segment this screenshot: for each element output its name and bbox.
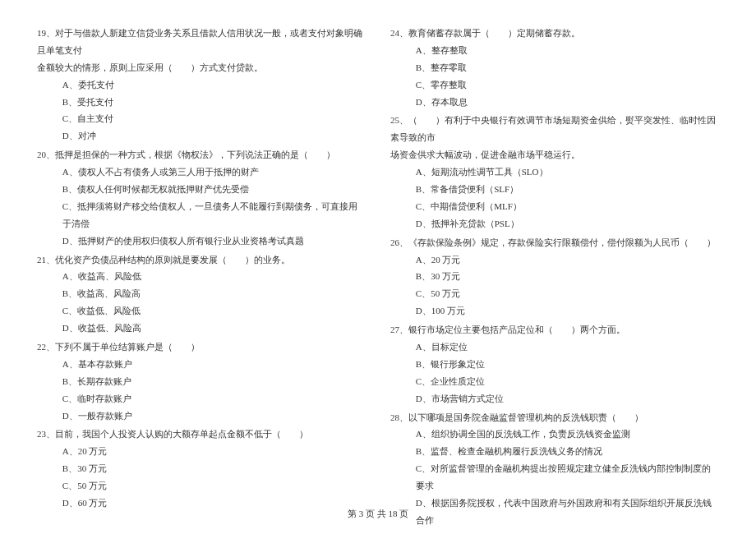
option-b: B、收益高、风险高 xyxy=(37,285,366,302)
option-a: A、20 万元 xyxy=(37,443,366,460)
question-stem-cont: 金额较大的情形，原则上应采用（ ）方式支付贷款。 xyxy=(37,59,366,76)
option-a: A、目标定位 xyxy=(390,338,719,356)
question-stem: 19、对于与借款人新建立信贷业务关系且借款人信用状况一般，或者支付对象明确且单笔… xyxy=(37,25,366,59)
option-a: A、债权人不占有债务人或第三人用于抵押的财产 xyxy=(37,163,366,181)
option-d: D、一般存款账户 xyxy=(37,407,366,425)
question-stem: 22、下列不属于单位结算账户是（ ） xyxy=(37,338,366,356)
option-b: B、监督、检查金融机构履行反洗钱义务的情况 xyxy=(390,443,719,460)
option-c: C、零存整取 xyxy=(390,76,719,94)
option-b: B、常备借贷便利（SLF） xyxy=(390,181,719,198)
option-d: D、100 万元 xyxy=(390,302,719,320)
question-22: 22、下列不属于单位结算账户是（ ） A、基本存款账户 B、长期存款账户 C、临… xyxy=(37,338,366,424)
question-19: 19、对于与借款人新建立信贷业务关系且借款人信用状况一般，或者支付对象明确且单笔… xyxy=(37,25,366,145)
option-c: C、50 万元 xyxy=(390,285,719,302)
option-d: D、抵押补充贷款（PSL） xyxy=(390,215,719,232)
right-column: 24、教育储蓄存款属于（ ）定期储蓄存款。 A、整存整取 B、整存零取 C、零存… xyxy=(390,25,719,531)
option-c: C、企业性质定位 xyxy=(390,373,719,390)
question-20: 20、抵押是担保的一种方式，根据《物权法》，下列说法正确的是（ ） A、债权人不… xyxy=(37,146,366,249)
option-c: C、抵押须将财产移交给债权人，一旦债务人不能履行到期债务，可直接用于清偿 xyxy=(37,198,366,232)
two-column-layout: 19、对于与借款人新建立信贷业务关系且借款人信用状况一般，或者支付对象明确且单笔… xyxy=(37,25,719,531)
option-b: B、债权人任何时候都无权就抵押财产优先受偿 xyxy=(37,181,366,198)
question-21: 21、优化资产负债品种结构的原则就是要发展（ ）的业务。 A、收益高、风险低 B… xyxy=(37,251,366,337)
question-24: 24、教育储蓄存款属于（ ）定期储蓄存款。 A、整存整取 B、整存零取 C、零存… xyxy=(390,25,719,110)
question-26: 26、《存款保险条例》规定，存款保险实行限额偿付，偿付限额为人民币（ ） A、2… xyxy=(390,234,719,320)
question-stem: 27、银行市场定位主要包括产品定位和（ ）两个方面。 xyxy=(390,321,719,338)
question-25: 25、（ ）有利于中央银行有效调节市场短期资金供给，熨平突发性、临时性因素导致的… xyxy=(390,112,719,232)
option-d: D、存本取息 xyxy=(390,94,719,111)
option-b: B、长期存款账户 xyxy=(37,373,366,390)
question-stem: 24、教育储蓄存款属于（ ）定期储蓄存款。 xyxy=(390,25,719,42)
option-b: B、30 万元 xyxy=(390,268,719,285)
option-d: D、市场营销方式定位 xyxy=(390,390,719,407)
option-b: B、银行形象定位 xyxy=(390,356,719,373)
option-a: A、组织协调全国的反洗钱工作，负责反洗钱资金监测 xyxy=(390,426,719,443)
option-a: A、20 万元 xyxy=(390,251,719,269)
option-a: A、委托支付 xyxy=(37,76,366,94)
question-stem: 26、《存款保险条例》规定，存款保险实行限额偿付，偿付限额为人民币（ ） xyxy=(390,234,719,251)
option-c: C、自主支付 xyxy=(37,110,366,127)
option-a: A、短期流动性调节工具（SLO） xyxy=(390,163,719,181)
option-c: C、对所监督管理的金融机构提出按照规定建立健全反洗钱内部控制制度的要求 xyxy=(390,460,719,495)
page-footer: 第 3 页 共 18 页 xyxy=(0,505,756,522)
option-d: D、收益低、风险高 xyxy=(37,320,366,337)
question-27: 27、银行市场定位主要包括产品定位和（ ）两个方面。 A、目标定位 B、银行形象… xyxy=(390,321,719,407)
option-d: D、抵押财产的使用权归债权人所有银行业从业资格考试真题 xyxy=(37,232,366,250)
option-c: C、50 万元 xyxy=(37,477,366,495)
question-23: 23、目前，我国个人投资人认购的大额存单起点金额不低于（ ） A、20 万元 B… xyxy=(37,426,366,511)
left-column: 19、对于与借款人新建立信贷业务关系且借款人信用状况一般，或者支付对象明确且单笔… xyxy=(37,25,366,531)
question-stem: 28、以下哪项是国务院金融监督管理机构的反洗钱职责（ ） xyxy=(390,409,719,426)
option-d: D、对冲 xyxy=(37,127,366,145)
option-a: A、整存整取 xyxy=(390,42,719,59)
option-b: B、30 万元 xyxy=(37,460,366,477)
question-stem: 21、优化资产负债品种结构的原则就是要发展（ ）的业务。 xyxy=(37,251,366,269)
question-stem: 25、（ ）有利于中央银行有效调节市场短期资金供给，熨平突发性、临时性因素导致的… xyxy=(390,112,719,146)
option-c: C、临时存款账户 xyxy=(37,390,366,407)
question-stem: 20、抵押是担保的一种方式，根据《物权法》，下列说法正确的是（ ） xyxy=(37,146,366,163)
question-stem: 23、目前，我国个人投资人认购的大额存单起点金额不低于（ ） xyxy=(37,426,366,443)
option-a: A、基本存款账户 xyxy=(37,356,366,373)
option-b: B、受托支付 xyxy=(37,94,366,111)
question-stem-cont: 场资金供求大幅波动，促进金融市场平稳运行。 xyxy=(390,146,719,163)
option-c: C、收益低、风险低 xyxy=(37,302,366,320)
option-a: A、收益高、风险低 xyxy=(37,268,366,285)
option-c: C、中期借贷便利（MLF） xyxy=(390,198,719,215)
option-b: B、整存零取 xyxy=(390,59,719,76)
